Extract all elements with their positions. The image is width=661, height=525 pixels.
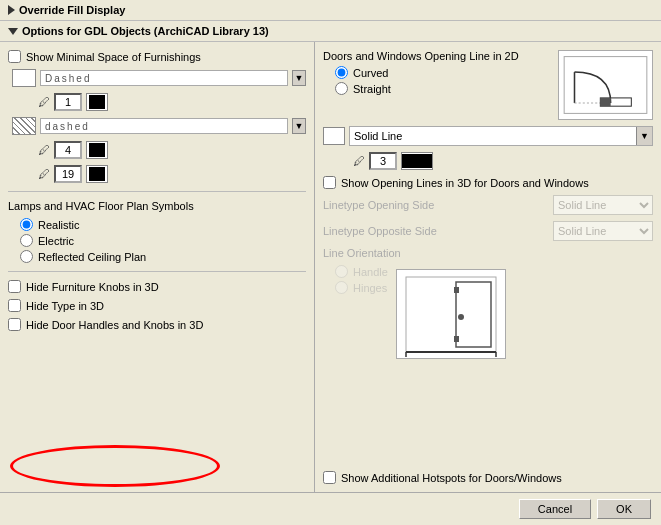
dashed-dropdown-arrow-1[interactable]: ▼ — [292, 70, 306, 86]
hide-type-label: Hide Type in 3D — [26, 300, 104, 312]
arc-preview-box — [558, 50, 653, 120]
svg-rect-2 — [89, 167, 105, 181]
hide-door-checkbox[interactable] — [8, 318, 21, 331]
orientation-radio-group: Handle Hinges — [323, 265, 388, 294]
show-opening-3d-label: Show Opening Lines in 3D for Doors and W… — [341, 177, 589, 189]
curved-radio[interactable] — [335, 66, 348, 79]
doors-windows-section: Doors and Windows Opening Line in 2D Cur… — [323, 50, 653, 120]
svg-rect-8 — [402, 154, 432, 168]
reflected-row: Reflected Ceiling Plan — [20, 250, 306, 263]
solid-line-dropdown-arrow[interactable]: ▼ — [636, 127, 652, 145]
pen-color-selector-3[interactable] — [86, 165, 108, 183]
show-additional-row: Show Additional Hotspots for Doors/Windo… — [323, 471, 653, 484]
show-minimal-space-checkbox[interactable] — [8, 50, 21, 63]
pen-row-2: 🖊 4 — [8, 141, 306, 159]
solid-line-dropdown[interactable]: Solid Line ▼ — [349, 126, 653, 146]
expanded-icon — [8, 28, 18, 35]
pen-icon-2: 🖊 — [38, 143, 50, 157]
hinges-row: Hinges — [335, 281, 388, 294]
pen-row-3: 🖊 19 — [8, 165, 306, 183]
svg-rect-9 — [406, 277, 496, 352]
handle-label: Handle — [353, 266, 388, 278]
dashed-line-field-1[interactable]: Dashed — [40, 70, 288, 86]
right-pen-color-icon — [402, 154, 432, 168]
pen-color-selector-2[interactable] — [86, 141, 108, 159]
ok-button[interactable]: OK — [597, 499, 651, 519]
realistic-row: Realistic — [20, 218, 306, 231]
show-minimal-space-row: Show Minimal Space of Furnishings — [8, 50, 306, 63]
reflected-radio[interactable] — [20, 250, 33, 263]
pen-row-1: 🖊 1 — [8, 93, 306, 111]
override-fill-label: Override Fill Display — [19, 4, 125, 16]
doors-windows-label: Doors and Windows Opening Line in 2D — [323, 50, 519, 62]
orientation-section: Handle Hinges — [323, 265, 653, 359]
cancel-button[interactable]: Cancel — [519, 499, 591, 519]
svg-rect-7 — [600, 98, 610, 106]
door-side-svg — [401, 272, 501, 357]
right-pen-icon: 🖊 — [353, 154, 365, 168]
reflected-label: Reflected Ceiling Plan — [38, 251, 146, 263]
hinges-radio — [335, 281, 348, 294]
hide-door-row: Hide Door Handles and Knobs in 3D — [8, 318, 306, 331]
svg-rect-1 — [89, 143, 105, 157]
linetype-opposite-select: Solid Line — [553, 221, 653, 241]
electric-label: Electric — [38, 235, 74, 247]
realistic-radio[interactable] — [20, 218, 33, 231]
solid-line-row: Solid Line ▼ — [323, 126, 653, 146]
hide-furniture-row: Hide Furniture Knobs in 3D — [8, 280, 306, 293]
curved-label: Curved — [353, 67, 388, 79]
hinges-label: Hinges — [353, 282, 387, 294]
electric-row: Electric — [20, 234, 306, 247]
pen-color-selector-1[interactable] — [86, 93, 108, 111]
hide-type-row: Hide Type in 3D — [8, 299, 306, 312]
realistic-label: Realistic — [38, 219, 80, 231]
dashed-dropdown-arrow-2[interactable]: ▼ — [292, 118, 306, 134]
linetype-opening-label: Linetype Opening Side — [323, 199, 434, 211]
hide-furniture-label: Hide Furniture Knobs in 3D — [26, 281, 159, 293]
left-panel: Show Minimal Space of Furnishings Dashed… — [0, 42, 315, 492]
hide-furniture-checkbox[interactable] — [8, 280, 21, 293]
right-pen-color-selector[interactable] — [401, 152, 433, 170]
pen-color-icon-2 — [89, 143, 105, 157]
pen-icon-3: 🖊 — [38, 167, 50, 181]
hide-door-label: Hide Door Handles and Knobs in 3D — [26, 319, 203, 331]
right-pen-number[interactable]: 3 — [369, 152, 397, 170]
linetype-opening-select: Solid Line — [553, 195, 653, 215]
show-additional-label: Show Additional Hotspots for Doors/Windo… — [341, 472, 562, 484]
swatch-box-1[interactable] — [12, 69, 36, 87]
linetype-opening-row: Linetype Opening Side Solid Line — [323, 195, 653, 215]
svg-point-13 — [458, 314, 464, 320]
pen-number-1[interactable]: 1 — [54, 93, 82, 111]
gdl-options-header: Options for GDL Objects (ArchiCAD Librar… — [0, 21, 661, 42]
straight-row: Straight — [335, 82, 519, 95]
straight-radio[interactable] — [335, 82, 348, 95]
straight-label: Straight — [353, 83, 391, 95]
line-orientation-label: Line Orientation — [323, 247, 653, 259]
svg-rect-11 — [454, 287, 459, 293]
linetype-opposite-row: Linetype Opposite Side Solid Line — [323, 221, 653, 241]
lamps-section-label: Lamps and HVAC Floor Plan Symbols — [8, 200, 306, 212]
dashed-line-field-2[interactable]: dashed — [40, 118, 288, 134]
show-additional-checkbox[interactable] — [323, 471, 336, 484]
linetype-opposite-label: Linetype Opposite Side — [323, 225, 437, 237]
curved-row: Curved — [335, 66, 519, 79]
solid-line-swatch[interactable] — [323, 127, 345, 145]
pen-number-3[interactable]: 19 — [54, 165, 82, 183]
pen-color-icon-1 — [89, 95, 105, 109]
override-fill-display-header[interactable]: Override Fill Display — [0, 0, 661, 21]
pen-icon-1: 🖊 — [38, 95, 50, 109]
svg-rect-12 — [454, 336, 459, 342]
opening-line-radio-group: Curved Straight — [323, 66, 519, 95]
handle-radio — [335, 265, 348, 278]
handle-row: Handle — [335, 265, 388, 278]
door-side-preview — [396, 269, 506, 359]
line-style-row-1: Dashed ▼ — [8, 69, 306, 87]
electric-radio[interactable] — [20, 234, 33, 247]
hide-type-checkbox[interactable] — [8, 299, 21, 312]
swatch-hatch-2[interactable] — [12, 117, 36, 135]
pen-number-2[interactable]: 4 — [54, 141, 82, 159]
show-opening-3d-checkbox[interactable] — [323, 176, 336, 189]
show-minimal-space-label: Show Minimal Space of Furnishings — [26, 51, 201, 63]
arc-preview-svg — [559, 51, 652, 119]
solid-line-value: Solid Line — [354, 130, 402, 142]
